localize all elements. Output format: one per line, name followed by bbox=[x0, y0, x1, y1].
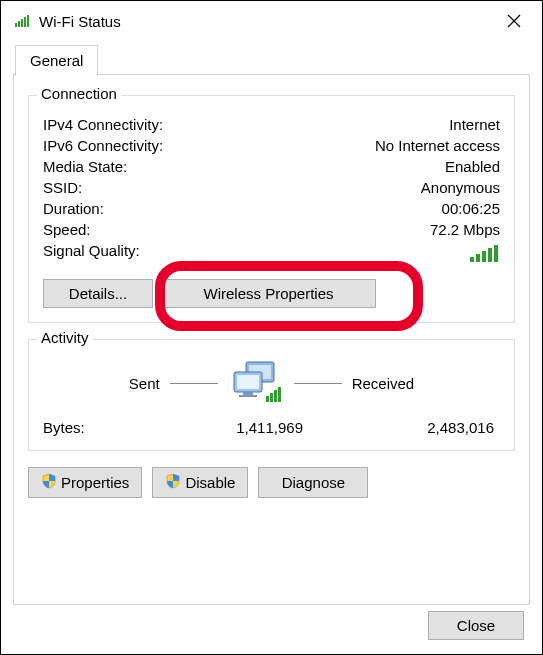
connection-buttons: Details... Wireless Properties bbox=[43, 279, 500, 308]
ipv4-label: IPv4 Connectivity: bbox=[43, 116, 163, 133]
svg-rect-11 bbox=[494, 245, 498, 262]
svg-rect-2 bbox=[21, 19, 23, 27]
svg-rect-19 bbox=[270, 393, 273, 402]
duration-label: Duration: bbox=[43, 200, 104, 217]
ssid-value: Anonymous bbox=[421, 179, 500, 196]
row-ssid: SSID: Anonymous bbox=[43, 179, 500, 196]
svg-rect-1 bbox=[18, 21, 20, 27]
diagnose-button-label: Diagnose bbox=[282, 474, 345, 491]
svg-rect-7 bbox=[470, 257, 474, 262]
duration-value: 00:06:25 bbox=[442, 200, 500, 217]
wifi-status-window: Wi-Fi Status General Connection IPv4 Con… bbox=[0, 0, 543, 655]
svg-rect-21 bbox=[278, 387, 281, 402]
properties-button[interactable]: Properties bbox=[28, 467, 142, 498]
details-button-label: Details... bbox=[69, 285, 127, 302]
bytes-row: Bytes: 1,411,969 2,483,016 bbox=[43, 419, 500, 436]
titlebar: Wi-Fi Status bbox=[1, 1, 542, 41]
wifi-signal-icon bbox=[15, 13, 31, 30]
row-ipv4: IPv4 Connectivity: Internet bbox=[43, 116, 500, 133]
disable-button[interactable]: Disable bbox=[152, 467, 248, 498]
media-value: Enabled bbox=[445, 158, 500, 175]
divider-line bbox=[294, 383, 342, 384]
signal-bars-icon bbox=[470, 242, 500, 265]
activity-legend: Activity bbox=[37, 329, 93, 346]
svg-rect-20 bbox=[274, 390, 277, 402]
activity-diagram: Sent bbox=[43, 360, 500, 407]
signal-label: Signal Quality: bbox=[43, 242, 140, 265]
activity-group: Activity Sent bbox=[28, 339, 515, 451]
diagnose-button[interactable]: Diagnose bbox=[258, 467, 368, 498]
ssid-label: SSID: bbox=[43, 179, 82, 196]
close-button[interactable]: Close bbox=[428, 611, 524, 640]
tab-content: Connection IPv4 Connectivity: Internet I… bbox=[13, 75, 530, 605]
svg-rect-0 bbox=[15, 23, 17, 27]
connection-group: Connection IPv4 Connectivity: Internet I… bbox=[28, 95, 515, 323]
svg-rect-8 bbox=[476, 254, 480, 262]
wireless-properties-button-label: Wireless Properties bbox=[203, 285, 333, 302]
ipv6-label: IPv6 Connectivity: bbox=[43, 137, 163, 154]
speed-label: Speed: bbox=[43, 221, 91, 238]
details-button[interactable]: Details... bbox=[43, 279, 153, 308]
divider-line bbox=[170, 383, 218, 384]
disable-button-label: Disable bbox=[185, 474, 235, 491]
row-duration: Duration: 00:06:25 bbox=[43, 200, 500, 217]
ipv4-value: Internet bbox=[449, 116, 500, 133]
window-title: Wi-Fi Status bbox=[39, 13, 494, 30]
wireless-properties-button[interactable]: Wireless Properties bbox=[161, 279, 376, 308]
tab-strip: General bbox=[13, 41, 530, 75]
svg-rect-18 bbox=[266, 396, 269, 402]
bytes-received-value: 2,483,016 bbox=[343, 419, 500, 436]
svg-rect-16 bbox=[243, 392, 253, 395]
sent-label: Sent bbox=[129, 375, 160, 392]
row-ipv6: IPv6 Connectivity: No Internet access bbox=[43, 137, 500, 154]
shield-icon bbox=[165, 473, 181, 492]
tab-general-label: General bbox=[30, 52, 83, 69]
speed-value: 72.2 Mbps bbox=[430, 221, 500, 238]
svg-rect-17 bbox=[239, 395, 257, 397]
bytes-label: Bytes: bbox=[43, 419, 143, 436]
ipv6-value: No Internet access bbox=[375, 137, 500, 154]
bytes-separator bbox=[303, 419, 343, 436]
media-label: Media State: bbox=[43, 158, 127, 175]
row-signal: Signal Quality: bbox=[43, 242, 500, 265]
svg-rect-10 bbox=[488, 248, 492, 262]
row-media: Media State: Enabled bbox=[43, 158, 500, 175]
received-label: Received bbox=[352, 375, 415, 392]
bytes-sent-value: 1,411,969 bbox=[143, 419, 303, 436]
row-speed: Speed: 72.2 Mbps bbox=[43, 221, 500, 238]
close-button-label: Close bbox=[457, 617, 495, 634]
connection-legend: Connection bbox=[37, 85, 121, 102]
close-icon bbox=[507, 14, 521, 28]
svg-rect-9 bbox=[482, 251, 486, 262]
properties-button-label: Properties bbox=[61, 474, 129, 491]
shield-icon bbox=[41, 473, 57, 492]
network-computers-icon bbox=[228, 360, 284, 407]
svg-rect-3 bbox=[24, 17, 26, 27]
action-buttons: Properties Disable Diagnose bbox=[28, 467, 515, 498]
tab-general[interactable]: General bbox=[15, 45, 98, 76]
svg-rect-15 bbox=[237, 375, 259, 389]
window-close-button[interactable] bbox=[494, 1, 534, 41]
footer: Close bbox=[428, 611, 524, 640]
svg-rect-4 bbox=[27, 15, 29, 27]
